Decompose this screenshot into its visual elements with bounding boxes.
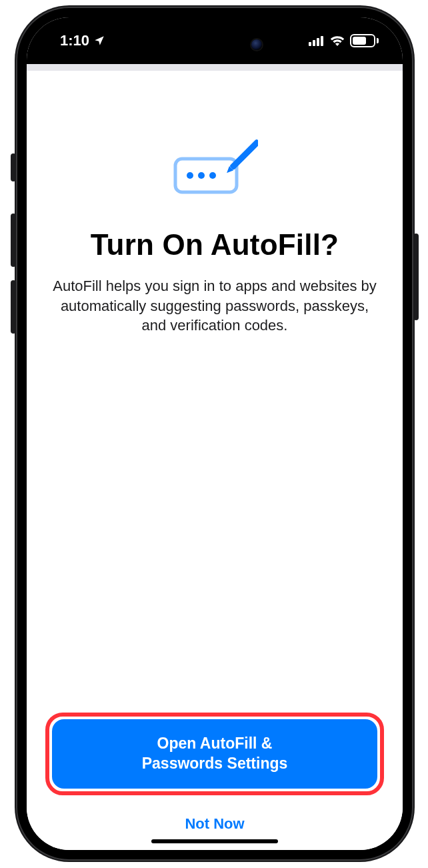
svg-point-5 (187, 172, 193, 179)
screen: 1:10 (27, 17, 403, 850)
autofill-icon (171, 136, 258, 199)
mute-switch[interactable] (11, 153, 16, 181)
dynamic-island (158, 29, 271, 60)
iphone-frame: 1:10 (16, 7, 413, 861)
svg-point-6 (198, 172, 205, 179)
svg-rect-4 (175, 159, 237, 192)
tutorial-highlight: Open AutoFill & Passwords Settings (45, 713, 384, 795)
svg-rect-8 (229, 139, 258, 170)
svg-rect-1 (313, 40, 315, 46)
cellular-icon (309, 35, 325, 46)
battery-percent: 58 (358, 36, 367, 46)
volume-up-button[interactable] (11, 213, 16, 267)
front-camera (251, 39, 262, 50)
wifi-icon (330, 35, 345, 46)
svg-rect-0 (309, 42, 311, 46)
prompt-title: Turn On AutoFill? (91, 228, 339, 262)
autofill-prompt-sheet: Turn On AutoFill? AutoFill helps you sig… (27, 71, 403, 850)
home-indicator[interactable] (151, 839, 278, 843)
open-autofill-settings-button[interactable]: Open AutoFill & Passwords Settings (52, 719, 377, 789)
svg-rect-2 (317, 38, 319, 46)
prompt-description: AutoFill helps you sign in to apps and w… (45, 276, 384, 336)
location-icon (93, 35, 105, 47)
sheet-backdrop (27, 64, 403, 71)
svg-point-7 (209, 172, 216, 179)
status-time: 1:10 (60, 32, 89, 49)
svg-rect-3 (321, 36, 323, 46)
volume-down-button[interactable] (11, 280, 16, 334)
power-button[interactable] (413, 234, 419, 320)
battery-indicator: 58 (350, 34, 379, 47)
not-now-button[interactable]: Not Now (45, 807, 384, 837)
